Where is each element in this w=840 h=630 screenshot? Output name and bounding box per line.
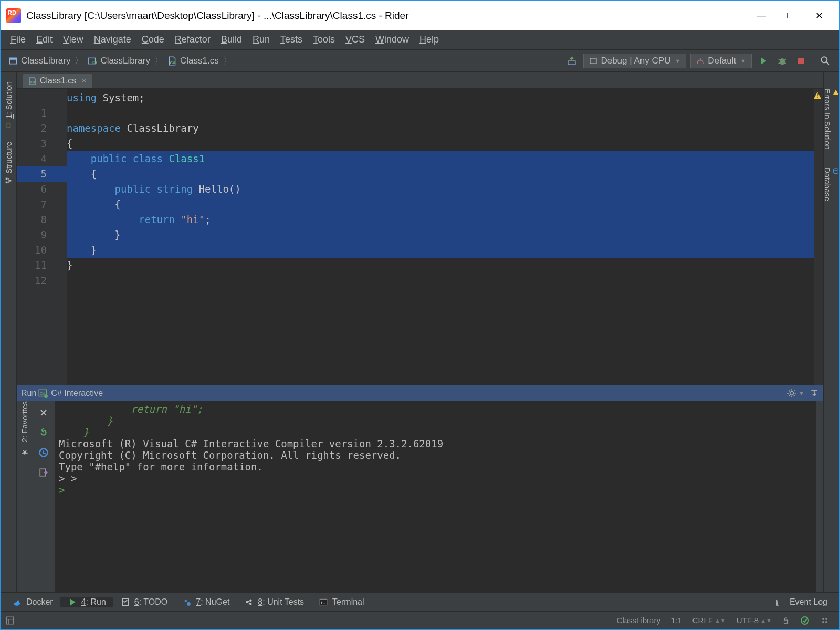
maximize-button[interactable]: □ (776, 10, 805, 21)
caret-down-icon: ▼ (675, 58, 680, 64)
header-caret-icon[interactable]: ▼ (799, 390, 804, 396)
breadcrumb-separator-icon: 〉 (75, 55, 83, 67)
code-line[interactable]: { (67, 166, 814, 182)
status-indicator-icon[interactable] (815, 616, 835, 625)
errors-tool-tab[interactable]: Errors In Solution (823, 82, 839, 156)
favorites-tool-tab[interactable]: ★ 2: Favorites (20, 401, 29, 547)
window-titlebar: ClassLibrary [C:\Users\maart\Desktop\Cla… (1, 1, 839, 30)
status-eol[interactable]: CRLF▲▼ (687, 616, 731, 625)
code-line[interactable]: { (67, 197, 814, 212)
left-tool-strip: 1: Solution Structure (1, 72, 17, 592)
search-everywhere-button[interactable] (818, 54, 833, 68)
svg-point-8 (780, 58, 785, 65)
svg-line-11 (779, 62, 781, 63)
debug-button[interactable] (775, 54, 790, 68)
menu-code[interactable]: Code (136, 34, 170, 45)
svg-rect-13 (798, 58, 804, 64)
menu-navigate[interactable]: Navigate (89, 34, 136, 45)
database-tool-tab[interactable]: Database (823, 161, 839, 207)
code-line[interactable]: namespace ClassLibrary (67, 121, 814, 136)
tab-close-icon[interactable]: × (81, 76, 86, 86)
code-line[interactable]: } (67, 227, 814, 243)
bottom-tab-8-unit-tests[interactable]: 8: Unit Tests (237, 597, 311, 607)
menu-file[interactable]: File (5, 34, 31, 45)
solution-icon (8, 56, 18, 66)
menu-tools[interactable]: Tools (308, 34, 340, 45)
svg-rect-18 (6, 178, 8, 180)
code-line[interactable]: } (67, 258, 814, 273)
svg-text:C#: C# (92, 59, 97, 65)
breadcrumb-file[interactable]: C# Class1.cs (164, 56, 222, 66)
status-caret-pos[interactable]: 1:1 (666, 616, 687, 625)
breadcrumb-separator-icon: 〉 (154, 55, 163, 67)
export-button[interactable] (37, 466, 50, 479)
solution-icon (5, 122, 13, 129)
favorites-strip: ★ 2: Favorites (17, 401, 33, 592)
bottom-tab-4-run[interactable]: 4: Run (60, 597, 113, 607)
run-panel-header[interactable]: Run C# C# Interactive ▼ (17, 385, 823, 401)
code-editor[interactable]: 123456789101112 using System;namespace C… (17, 89, 823, 385)
build-icon[interactable] (564, 54, 579, 68)
menu-view[interactable]: View (58, 34, 89, 45)
bottom-tab-6-todo[interactable]: 6: TODO (113, 597, 175, 607)
bottom-tab-docker[interactable]: Docker (5, 597, 60, 607)
structure-icon (5, 177, 13, 184)
gear-icon[interactable] (787, 388, 796, 398)
run-tool-window: Run C# C# Interactive ▼ ★ 2: Favorites (17, 385, 823, 592)
breadcrumb-solution[interactable]: ClassLibrary (5, 56, 74, 66)
navigation-bar: ClassLibrary 〉 C# ClassLibrary 〉 C# Clas… (1, 50, 839, 72)
database-icon (832, 167, 839, 175)
status-context[interactable]: ClassLibrary (612, 616, 666, 625)
status-encoding[interactable]: UTF-8▲▼ (731, 616, 777, 625)
solution-tool-tab[interactable]: 1: Solution (4, 75, 13, 135)
menu-build[interactable]: Build (216, 34, 247, 45)
editor-tab[interactable]: C# Class1.cs × (23, 74, 92, 88)
menu-vcs[interactable]: VCS (340, 34, 370, 45)
menu-edit[interactable]: Edit (31, 34, 58, 45)
line-number-gutter: 123456789101112 (17, 89, 67, 385)
status-lock-icon[interactable] (777, 617, 795, 624)
code-line[interactable]: using System; (67, 90, 814, 106)
menu-refactor[interactable]: Refactor (170, 34, 216, 45)
code-line[interactable]: public string Hello() (67, 182, 814, 197)
menu-window[interactable]: Window (370, 34, 414, 45)
code-line[interactable] (67, 106, 814, 121)
scrollbar-stub[interactable] (816, 401, 823, 592)
menu-help[interactable]: Help (414, 34, 444, 45)
menu-tests[interactable]: Tests (275, 34, 308, 45)
event-log-button[interactable]: Event Log (769, 597, 835, 607)
profile-dropdown[interactable]: Default ▼ (690, 54, 752, 68)
error-stripe: ! (814, 89, 823, 385)
code-line[interactable]: return "hi"; (67, 212, 814, 227)
code-line[interactable]: } (67, 243, 814, 258)
breadcrumb-project[interactable]: C# ClassLibrary (85, 56, 153, 66)
tool-windows-icon[interactable] (5, 616, 15, 625)
structure-tool-tab[interactable]: Structure (4, 135, 13, 191)
svg-point-41 (822, 618, 824, 620)
code-line[interactable]: public class Class1 (67, 151, 814, 166)
svg-point-24 (45, 394, 48, 398)
svg-text:C#: C# (30, 80, 35, 84)
console-output[interactable]: return "hi"; } }Microsoft (R) Visual C# … (55, 401, 816, 592)
main-menu: FileEditViewNavigateCodeRefactorBuildRun… (1, 30, 839, 50)
rerun-button[interactable] (37, 426, 50, 439)
run-config-dropdown[interactable]: Debug | Any CPU ▼ (583, 54, 686, 68)
minimize-button[interactable]: — (747, 10, 776, 21)
close-session-button[interactable] (37, 406, 50, 419)
window-title: ClassLibrary [C:\Users\maart\Desktop\Cla… (26, 10, 747, 22)
code-line[interactable]: { (67, 136, 814, 151)
close-button[interactable]: ✕ (805, 10, 834, 22)
code-body[interactable]: using System;namespace ClassLibrary{ pub… (67, 89, 814, 385)
svg-point-28 (834, 169, 838, 171)
run-button[interactable] (756, 54, 771, 68)
stop-button[interactable] (794, 54, 808, 68)
hide-panel-icon[interactable] (810, 388, 819, 398)
bottom-tab-7-nuget[interactable]: 7: NuGet (175, 597, 237, 607)
menu-run[interactable]: Run (247, 34, 275, 45)
bottom-tab-terminal[interactable]: Terminal (311, 597, 371, 607)
dropdown-label: Debug | Any CPU (601, 56, 670, 66)
history-button[interactable] (37, 446, 50, 459)
status-ok-icon[interactable] (795, 616, 815, 625)
svg-point-31 (187, 602, 191, 606)
rider-app-icon (6, 8, 21, 23)
